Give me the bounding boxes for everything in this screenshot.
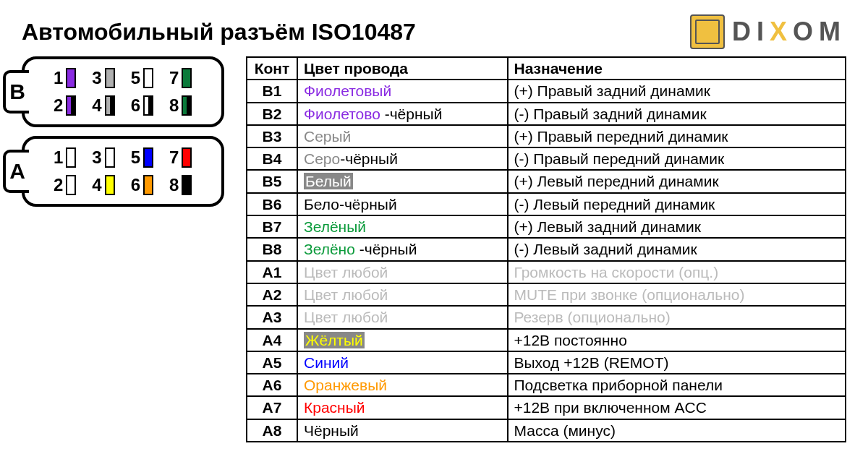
table-row: A7Красный+12В при включенном ACC xyxy=(247,396,846,419)
pin: 3 xyxy=(92,68,114,88)
table-row: A6ОранжевыйПодсветка приборной панели xyxy=(247,374,846,396)
pin: 4 xyxy=(92,175,114,195)
table-row: B4Серо-чёрный(-) Правый передний динамик xyxy=(247,147,846,170)
table-row: A3Цвет любойРезерв (опционально) xyxy=(247,306,846,328)
header-contact: Конт xyxy=(247,57,297,80)
table-row: A8ЧёрныйМасса (минус) xyxy=(247,419,846,442)
table-row: B2Фиолетово -чёрный(-) Правый задний дин… xyxy=(247,103,846,125)
pin: 2 xyxy=(54,95,76,116)
pin: 7 xyxy=(169,147,192,168)
table-row: A4Жёлтый+12В постоянно xyxy=(247,329,846,351)
pin: 1 xyxy=(54,147,76,168)
pin: 5 xyxy=(131,68,153,88)
connector-b: B 1357 2468 xyxy=(22,56,224,127)
brand-text: DIXOM xyxy=(732,17,846,47)
table-row: B7Зелёный(+) Левый задний динамик xyxy=(247,215,846,238)
brand-logo: DIXOM xyxy=(690,14,846,49)
table-row: B3Серый(+) Правый передний динамик xyxy=(247,125,846,147)
table-row: A2Цвет любойMUTE при звонке (опционально… xyxy=(247,283,846,306)
pin: 6 xyxy=(131,95,153,116)
pin: 8 xyxy=(169,95,192,116)
table-row: A1Цвет любойГромкость на скорости (опц.) xyxy=(247,261,846,283)
header-purpose: Назначение xyxy=(508,57,846,80)
pin: 8 xyxy=(169,175,192,195)
header-color: Цвет провода xyxy=(297,57,508,80)
page-title: Автомобильный разъём ISO10487 xyxy=(22,19,416,46)
table-row: A5СинийВыход +12В (REMOT) xyxy=(247,351,846,374)
pin: 7 xyxy=(169,68,192,88)
pin: 5 xyxy=(131,147,153,168)
pin: 2 xyxy=(54,175,76,195)
table-row: B5Белый(+) Левый передний динамик xyxy=(247,170,846,192)
pin: 4 xyxy=(92,95,114,116)
connector-b-label: B xyxy=(3,70,29,113)
connector-diagram: B 1357 2468 A 1357 2468 xyxy=(22,56,224,215)
connector-a-label: A xyxy=(3,150,29,193)
table-row: B1Фиолетовый(+) Правый задний динамик xyxy=(247,80,846,102)
connector-a: A 1357 2468 xyxy=(22,136,224,207)
chip-icon xyxy=(690,14,725,49)
pin: 6 xyxy=(131,175,153,195)
pin: 3 xyxy=(92,147,114,168)
pinout-table: Конт Цвет провода Назначение B1Фиолетовы… xyxy=(246,56,846,442)
pin: 1 xyxy=(54,68,76,88)
table-row: B8Зелёно -чёрный(-) Левый задний динамик xyxy=(247,238,846,260)
table-row: B6Бело-чёрный(-) Левый передний динамик xyxy=(247,193,846,215)
